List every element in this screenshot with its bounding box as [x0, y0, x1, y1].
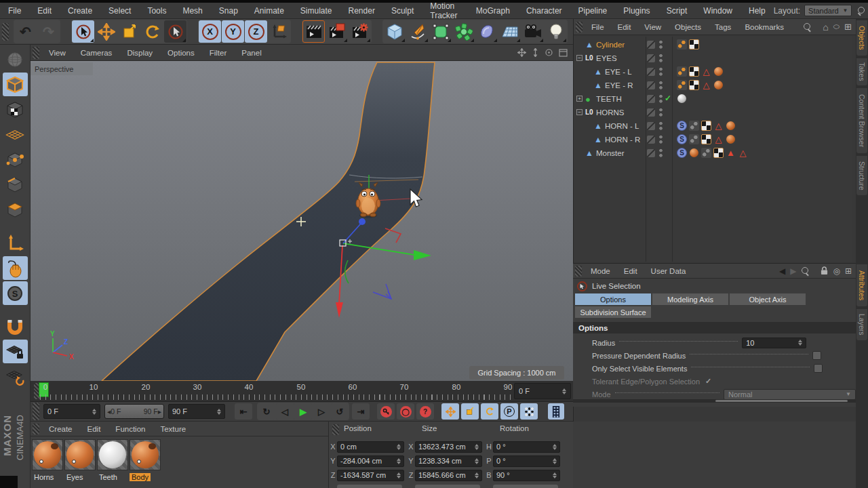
record-keyframe-button[interactable] [377, 403, 395, 420]
tree-row-horn-r[interactable]: ▲ HORN - R S△ [574, 133, 852, 146]
undo-button[interactable]: ↶ [14, 20, 37, 43]
texture-mode-button[interactable] [3, 98, 28, 121]
scale-tool[interactable] [118, 20, 140, 43]
attr-search-icon[interactable] [801, 266, 810, 276]
menu-motion-tracker[interactable]: Motion Tracker [422, 1, 468, 20]
enable-axis-button[interactable] [3, 231, 28, 255]
render-view-button[interactable] [302, 20, 325, 43]
x-axis-lock-button[interactable]: X [199, 20, 221, 43]
viewport-3d-canvas[interactable]: Y Z X [31, 61, 573, 381]
tree-row-eye-l[interactable]: ▲ EYE - L △ [574, 65, 852, 79]
coordinate-system-button[interactable] [268, 20, 290, 43]
visibility-dots[interactable] [659, 94, 663, 104]
target-icon[interactable]: ◎ [833, 266, 840, 276]
visibility-dots[interactable] [659, 148, 663, 158]
play-button[interactable]: ▶ [294, 403, 312, 420]
visibility-dots[interactable] [659, 121, 663, 131]
selection-tag-icon[interactable]: △ [701, 66, 711, 77]
render-settings-button[interactable] [349, 20, 371, 43]
layer-chip[interactable] [647, 41, 655, 49]
position-x-field[interactable]: 0 cm [337, 441, 404, 453]
expand-icon[interactable]: + [576, 96, 583, 102]
menu-select[interactable]: Select [100, 6, 139, 16]
layer-chip[interactable] [647, 68, 655, 76]
tab-modeling-axis[interactable]: Modeling Axis [652, 293, 728, 305]
lock-workplane-button[interactable] [3, 340, 28, 363]
pan-view-icon[interactable] [517, 48, 526, 57]
om-grip[interactable] [576, 22, 583, 33]
material-teeth[interactable]: Teeth [97, 439, 128, 481]
phong-tag-icon[interactable] [677, 66, 687, 77]
menu-render[interactable]: Render [340, 6, 383, 16]
record-pla-toggle[interactable] [520, 403, 538, 420]
texture-tag-icon[interactable] [726, 121, 736, 131]
tree-row-horns[interactable]: − L0 HORNS [574, 106, 852, 119]
size-y-field[interactable]: 1238.334 cm [415, 455, 482, 467]
menu-character[interactable]: Character [518, 6, 570, 16]
apply-button-cut[interactable] [493, 485, 558, 488]
visibility-dots[interactable] [659, 40, 663, 49]
tab-takes[interactable]: Takes [856, 58, 867, 85]
preview-range-slider[interactable]: ◂ 0 F90 F ▸ [104, 404, 164, 419]
apply-button-cut[interactable] [337, 485, 402, 488]
polygon-selection-tag-icon[interactable]: ▲ [726, 148, 736, 158]
play-backwards-button[interactable]: ↻ [258, 403, 275, 420]
tab-layers[interactable]: Layers [856, 309, 867, 340]
sds-weight-tag-icon[interactable]: S [677, 148, 687, 158]
tree-row-cylinder[interactable]: ▲ Cylinder [574, 38, 852, 52]
menu-simulate[interactable]: Simulate [292, 6, 340, 16]
history-forward-icon[interactable]: ▶ [790, 266, 796, 276]
tree-row-monster[interactable]: ▲ Monster S▲△ [574, 146, 852, 160]
start-frame-field[interactable]: 0 F [43, 404, 100, 419]
timeline-ruler[interactable]: 0 10 20 30 40 50 60 70 80 90 0 F [31, 381, 573, 402]
menu-tools[interactable]: Tools [139, 6, 174, 16]
mat-menu-texture[interactable]: Texture [153, 425, 193, 433]
menu-script[interactable]: Script [658, 6, 696, 16]
material-body[interactable]: Body [130, 439, 161, 481]
layer-chip[interactable] [647, 81, 655, 89]
live-selection-tool[interactable] [72, 20, 94, 43]
tab-objects[interactable]: Objects [856, 20, 867, 56]
model-mode-button[interactable] [3, 73, 28, 96]
redo-button[interactable]: ↷ [37, 20, 60, 43]
material-eyes[interactable]: Eyes [64, 439, 96, 481]
menu-pipeline[interactable]: Pipeline [570, 6, 616, 16]
layer-chip[interactable] [647, 122, 655, 130]
om-menu-objects[interactable]: Objects [668, 23, 708, 31]
uvw-tag-icon[interactable] [689, 39, 699, 49]
texture-tag-icon[interactable] [726, 134, 736, 144]
menu-sculpt[interactable]: Sculpt [383, 6, 422, 16]
layer-chip[interactable] [647, 95, 655, 103]
y-axis-lock-button[interactable]: Y [222, 20, 244, 43]
light-button[interactable] [545, 20, 567, 43]
previous-frame-button[interactable]: ◁ [276, 403, 294, 420]
apply-button-cut[interactable] [415, 485, 480, 488]
menu-plugins[interactable]: Plugins [615, 6, 658, 16]
om-menu-tags[interactable]: Tags [708, 23, 738, 31]
tree-row-eyes[interactable]: − L0 EYES [574, 52, 852, 65]
om-menu-view[interactable]: View [637, 23, 668, 31]
goto-start-button[interactable]: ⇤ [235, 403, 252, 420]
phong-tag-icon[interactable] [677, 80, 687, 90]
selection-tag-icon[interactable]: △ [701, 80, 711, 90]
texture-tag-icon[interactable] [689, 148, 699, 158]
record-scale-toggle[interactable] [461, 403, 479, 420]
texture-tag-icon[interactable] [713, 80, 724, 90]
workplane-mode-cycle-button[interactable] [3, 365, 28, 388]
rotate-view-icon[interactable] [545, 48, 553, 57]
menu-create[interactable]: Create [60, 6, 100, 16]
sds-weight-tag-icon[interactable]: S [677, 121, 687, 131]
sds-weight-tag-icon[interactable]: S [677, 134, 687, 144]
current-frame-field[interactable]: 0 F [514, 383, 571, 399]
texture-tag-icon[interactable] [713, 66, 724, 77]
menu-edit[interactable]: Edit [29, 6, 60, 16]
toolbar-grip[interactable] [2, 23, 9, 41]
goto-end-button[interactable]: ⇥ [352, 403, 370, 420]
cycle-mode-button[interactable]: ↺ [331, 403, 349, 420]
visibility-dots[interactable] [659, 54, 663, 63]
tab-object-axis[interactable]: Object Axis [730, 293, 806, 305]
history-back-icon[interactable]: ◀ [779, 266, 785, 276]
position-y-field[interactable]: -284.004 cm [337, 455, 404, 467]
viewport-tweak-mode-button[interactable] [3, 256, 28, 280]
keyframe-selection-button[interactable]: ? [416, 403, 434, 420]
